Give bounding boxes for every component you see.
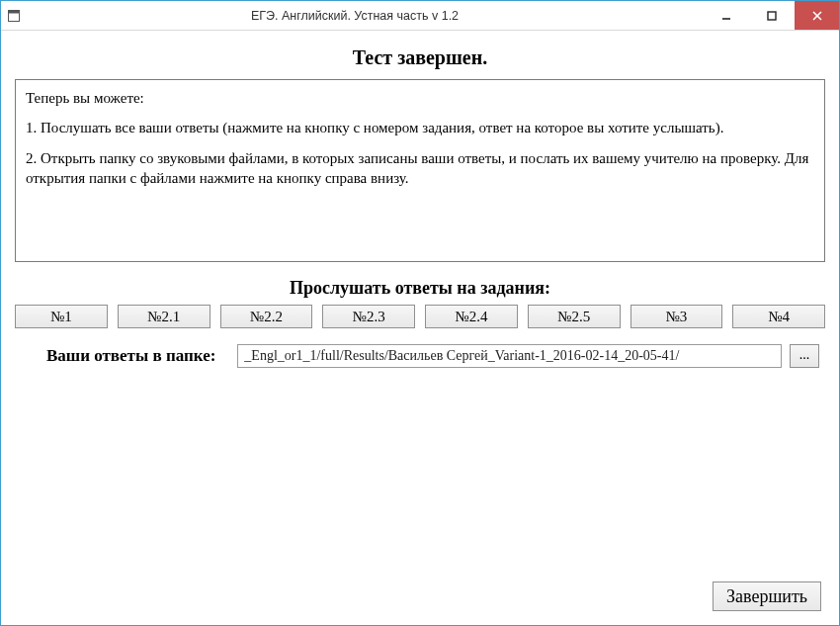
- instructions-line: 1. Послушать все ваши ответы (нажмите на…: [26, 118, 814, 137]
- task-button-2-2[interactable]: №2.2: [220, 305, 313, 328]
- finish-button[interactable]: Завершить: [713, 581, 821, 611]
- task-button-row: №1 №2.1 №2.2 №2.3 №2.4 №2.5 №3 №4: [15, 305, 825, 328]
- task-button-2-3[interactable]: №2.3: [322, 305, 415, 328]
- page-title: Тест завершен.: [15, 46, 825, 69]
- task-button-2-4[interactable]: №2.4: [425, 305, 518, 328]
- task-button-2-5[interactable]: №2.5: [528, 305, 621, 328]
- close-button[interactable]: [794, 1, 839, 30]
- maximize-button[interactable]: [748, 1, 794, 30]
- task-button-4[interactable]: №4: [732, 305, 825, 328]
- window-title: ЕГЭ. Английский. Устная часть v 1.2: [27, 1, 703, 30]
- svg-rect-1: [9, 10, 20, 13]
- client-area: Тест завершен. Теперь вы можете: 1. Посл…: [1, 31, 839, 625]
- folder-row: Ваши ответы в папке: _Engl_or1_1/full/Re…: [15, 344, 825, 368]
- folder-path-field[interactable]: _Engl_or1_1/full/Results/Васильев Сергей…: [237, 344, 782, 368]
- app-icon: [1, 1, 27, 30]
- task-button-3[interactable]: №3: [630, 305, 723, 328]
- task-button-2-1[interactable]: №2.1: [118, 305, 210, 328]
- task-button-1[interactable]: №1: [15, 305, 108, 328]
- svg-rect-3: [768, 12, 776, 20]
- instructions-line: 2. Открыть папку со звуковыми файлами, в…: [26, 148, 814, 189]
- app-window: ЕГЭ. Английский. Устная часть v 1.2 Тест…: [0, 0, 840, 626]
- titlebar[interactable]: ЕГЭ. Английский. Устная часть v 1.2: [1, 1, 839, 31]
- window-controls: [703, 1, 839, 30]
- folder-label: Ваши ответы в папке:: [46, 346, 215, 366]
- minimize-button[interactable]: [703, 1, 748, 30]
- instructions-line: Теперь вы можете:: [26, 88, 814, 108]
- instructions-box: Теперь вы можете: 1. Послушать все ваши …: [15, 79, 825, 262]
- browse-button[interactable]: ...: [790, 344, 819, 368]
- listen-answers-label: Прослушать ответы на задания:: [15, 278, 825, 299]
